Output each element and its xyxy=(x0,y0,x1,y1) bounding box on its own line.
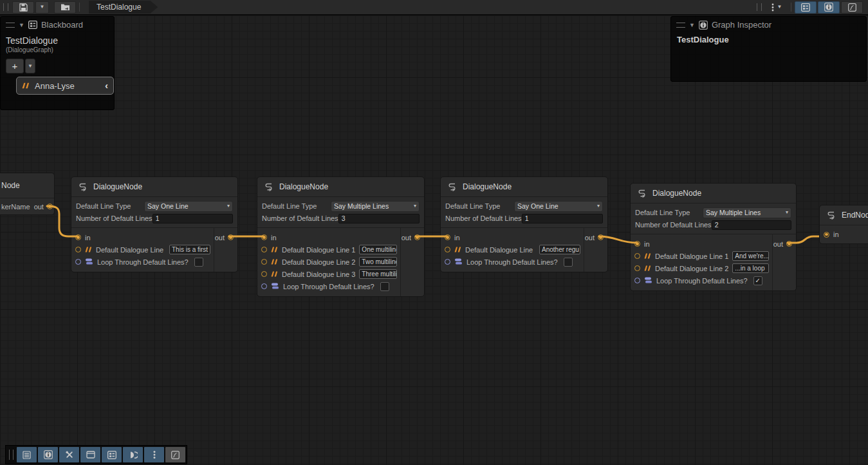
blackboard-icon xyxy=(28,21,37,29)
save-button[interactable] xyxy=(12,1,34,14)
blackboard-icon xyxy=(107,451,116,459)
blackboard-property-anna-lyse[interactable]: Anna-Lyse ‹ xyxy=(16,77,114,95)
input-port[interactable] xyxy=(261,283,267,289)
in-port[interactable] xyxy=(261,234,267,240)
dialogue-node-2[interactable]: DialogueNodeDefault Line TypeSay Multipl… xyxy=(257,176,425,297)
inspector-toggle-button[interactable] xyxy=(818,1,840,14)
foldout-arrow-icon[interactable]: ▼ xyxy=(689,22,695,28)
node-header[interactable]: Node xyxy=(0,173,54,198)
input-port[interactable] xyxy=(634,278,640,283)
loop-checkbox[interactable] xyxy=(564,258,573,267)
dialogue-line-field[interactable]: One multiline xyxy=(359,245,397,254)
add-property-dropdown-button[interactable]: ▼ xyxy=(25,59,35,73)
collapse-chevron-icon[interactable]: ‹ xyxy=(105,81,108,91)
top-toolbar: ▼ TestDialogue ▼ xyxy=(0,0,868,15)
save-options-button[interactable]: ▼ xyxy=(35,1,49,14)
in-port[interactable] xyxy=(634,241,640,247)
dialogue-line-field[interactable]: Three multili xyxy=(359,269,397,279)
node-header[interactable]: EndNode xyxy=(820,205,868,225)
dialogue-line-field[interactable]: Two multiline xyxy=(359,257,397,267)
input-label: Default Dialogue Line 1 xyxy=(655,252,728,260)
dialogue-node-4[interactable]: DialogueNodeDefault Line TypeSay Multipl… xyxy=(630,183,797,291)
node-header[interactable]: DialogueNode xyxy=(71,177,237,197)
blackboard-toggle-button[interactable] xyxy=(795,1,817,14)
blackboard-toggle-icon xyxy=(801,3,810,12)
input-port[interactable] xyxy=(445,247,450,252)
node-header[interactable]: DialogueNode xyxy=(257,177,424,197)
input-label: Default Dialogue Line 1 xyxy=(282,246,355,254)
quote-icon xyxy=(644,265,651,271)
input-port[interactable] xyxy=(634,265,640,271)
input-port[interactable] xyxy=(75,247,81,252)
overflow-menu-button[interactable] xyxy=(144,447,164,462)
graph-inspector-header[interactable]: ▼ Graph Inspector xyxy=(671,17,866,33)
tools-button[interactable] xyxy=(59,447,79,462)
blackboard-panel-header[interactable]: ▼ Blackboard xyxy=(1,17,114,33)
in-port-label: in xyxy=(644,240,650,248)
inspector-button[interactable] xyxy=(38,447,58,462)
flow-node-icon xyxy=(447,182,457,192)
dialogue-node-1[interactable]: DialogueNodeDefault Line TypeSay One Lin… xyxy=(71,176,238,272)
quill-toggle-button[interactable] xyxy=(841,1,863,14)
speaker-node-partial[interactable]: Node kerName out xyxy=(0,173,55,215)
input-port[interactable] xyxy=(261,259,267,265)
node-title: DialogueNode xyxy=(652,189,701,198)
in-port[interactable] xyxy=(824,232,829,238)
input-port[interactable] xyxy=(261,271,267,277)
add-property-button[interactable]: + xyxy=(6,59,24,73)
input-label: Default Dialogue Line 3 xyxy=(282,270,355,278)
dialogue-line-field[interactable]: ...in a loop xyxy=(732,263,769,273)
in-port[interactable] xyxy=(445,234,450,240)
number-field[interactable]: 1 xyxy=(152,214,233,223)
bottom-toolbar xyxy=(5,445,187,464)
out-port[interactable] xyxy=(228,234,234,240)
dialogue-node-3[interactable]: DialogueNodeDefault Line TypeSay One Lin… xyxy=(440,176,608,272)
quill-button[interactable] xyxy=(165,447,185,462)
panel-drag-handle-icon[interactable] xyxy=(6,23,15,28)
loop-checkbox[interactable] xyxy=(380,282,389,291)
open-asset-button[interactable] xyxy=(54,1,76,14)
number-field[interactable]: 1 xyxy=(522,214,603,223)
number-field[interactable]: 3 xyxy=(338,214,420,223)
input-label: Loop Through Default Lines? xyxy=(97,258,189,266)
property-label: Number of Default Lines xyxy=(262,214,338,222)
quote-icon xyxy=(644,253,651,259)
out-port[interactable] xyxy=(598,234,604,240)
out-port[interactable] xyxy=(786,241,792,247)
toolbar-drag-handle[interactable] xyxy=(3,3,8,11)
toolbar-drag-handle[interactable] xyxy=(9,450,14,460)
end-node[interactable]: EndNode in xyxy=(819,205,868,244)
input-port[interactable] xyxy=(75,259,81,265)
dialogue-line-field[interactable]: This is a first xyxy=(169,245,210,254)
number-field[interactable]: 2 xyxy=(712,220,791,230)
dialogue-line-field[interactable]: And we're... xyxy=(732,251,769,261)
node-header[interactable]: DialogueNode xyxy=(631,184,796,204)
console-button[interactable] xyxy=(17,447,37,462)
overflow-menu-button[interactable]: ▼ xyxy=(766,1,788,14)
line-type-dropdown[interactable]: Say Multiple Lines▾ xyxy=(331,201,420,212)
toolbar-drag-handle-right[interactable] xyxy=(757,3,762,11)
input-port[interactable] xyxy=(445,259,450,265)
save-icon xyxy=(19,3,28,12)
dialogue-line-field[interactable]: Another regu xyxy=(539,245,580,254)
loop-checkbox[interactable]: ✓ xyxy=(753,276,762,285)
foldout-arrow-icon[interactable]: ▼ xyxy=(19,22,24,28)
panel-drag-handle-icon[interactable] xyxy=(676,23,685,28)
graph-tab[interactable]: TestDialogue xyxy=(89,1,158,14)
dialogue-preview-button[interactable] xyxy=(123,447,143,462)
line-type-dropdown[interactable]: Say One Line▾ xyxy=(514,201,603,212)
console-icon xyxy=(23,451,31,459)
loop-checkbox[interactable] xyxy=(194,258,203,267)
out-port[interactable] xyxy=(47,204,53,209)
line-type-dropdown[interactable]: Say One Line▾ xyxy=(144,201,233,212)
graph-inspector-title: Graph Inspector xyxy=(712,20,771,30)
blackboard-panel: ▼ Blackboard TestDialogue (DialogueGraph… xyxy=(0,16,115,110)
node-header[interactable]: DialogueNode xyxy=(441,177,607,197)
in-port[interactable] xyxy=(75,234,81,240)
input-port[interactable] xyxy=(634,253,640,259)
out-port[interactable] xyxy=(414,234,420,240)
line-type-dropdown[interactable]: Say Multiple Lines▾ xyxy=(703,207,791,218)
blackboard-button[interactable] xyxy=(102,447,122,462)
window-button[interactable] xyxy=(80,447,100,462)
input-port[interactable] xyxy=(261,247,267,252)
